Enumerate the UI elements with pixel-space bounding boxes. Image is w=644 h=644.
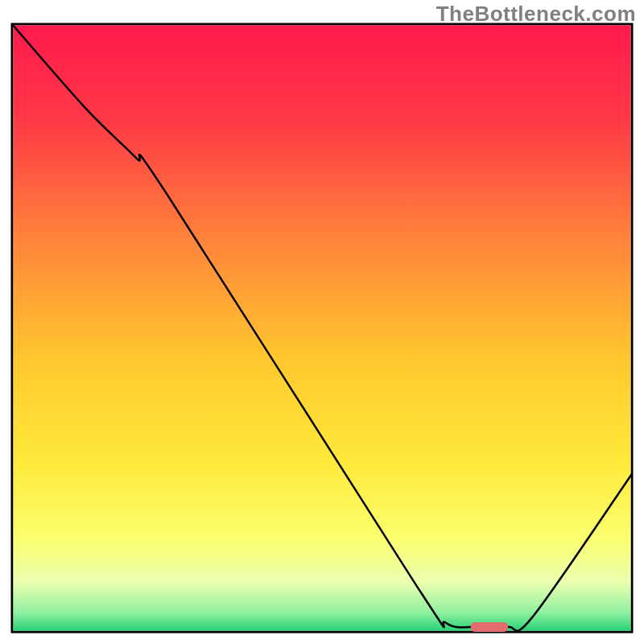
chart-stage: TheBottleneck.com bbox=[0, 0, 644, 644]
chart-svg bbox=[0, 0, 644, 644]
plot-background bbox=[14, 26, 631, 631]
optimum-marker bbox=[471, 622, 508, 632]
